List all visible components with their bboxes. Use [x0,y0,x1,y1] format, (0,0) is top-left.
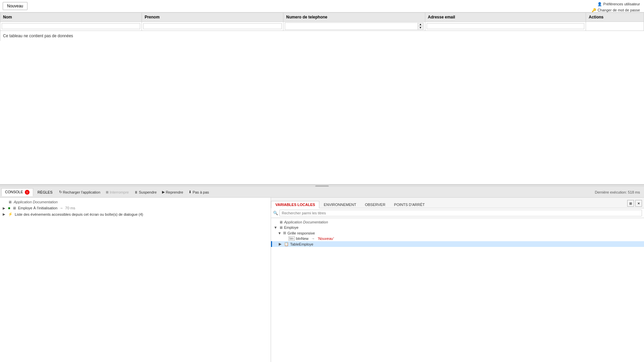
empty-message: Ce tableau ne contient pas de données [0,31,644,41]
spinner-down-button[interactable]: ▼ [418,26,423,30]
tree-btn-icon: btn [288,237,295,241]
filter-email-input[interactable] [427,23,585,29]
filter-email-cell [425,22,586,31]
suspend-button[interactable]: ⏸ Suspendre [132,190,159,195]
table-header-row: Nom Prenom Numero de telephone Adresse e… [0,13,644,22]
empty-row: Ce tableau ne contient pas de données [0,31,644,41]
close-panel-button[interactable]: ✕ [635,200,642,207]
col-prenom-header: Prenom [142,13,283,22]
filter-tel-input[interactable] [285,23,417,29]
interrupt-label: Interrompre [110,190,129,194]
console-item-app[interactable]: 🖥 Application Documentation [0,199,271,205]
resume-button[interactable]: ▶ Reprendre [160,189,185,195]
tree-item-tableemploye[interactable]: ▶ 📋 TableEmploye [271,241,644,247]
tab-console[interactable]: CONSOLE 1 [1,188,33,196]
suspend-label: Suspendre [139,190,157,194]
console-badge: 1 [25,190,30,195]
top-right-menu: 👤 Préférences utilisateur 🔑 Changer de m… [592,1,640,13]
filter-prenom-cell [142,22,283,31]
resume-icon: ▶ [162,190,165,194]
suspend-icon: ⏸ [134,190,138,194]
var-search-input[interactable] [279,210,642,216]
tab-observer[interactable]: OBSERVER [361,201,390,208]
lightning-icon: ⚡ [8,212,13,216]
table-container: Nom Prenom Numero de telephone Adresse e… [0,12,644,187]
var-tree: 🖥 Application Documentation ▼ 🖥 Employe … [271,218,644,362]
console-events-label: Liste des événements accessibles depuis … [15,212,143,216]
tree-item-app-doc[interactable]: 🖥 Application Documentation [271,219,644,225]
step-icon: ⬇ [189,190,192,194]
reload-button[interactable]: ↻ Recharger l'application [57,189,103,195]
reload-icon: ↻ [59,190,62,194]
green-square-icon: ■ [8,206,10,210]
last-exec: Dernière exécution: 518 ms [595,190,643,194]
timing-label: 70 ms [65,206,75,210]
var-tabs: VARIABLES LOCALES ENVIRONNEMENT OBSERVER… [271,198,644,208]
col-email-header: Adresse email [425,13,586,22]
filter-nom-input[interactable] [2,23,140,29]
debug-body: 🖥 Application Documentation ▶ ■ 🖥 Employ… [0,198,644,362]
console-app-label: Application Documentation [14,200,58,204]
spinner-up-button[interactable]: ▲ [418,23,423,26]
tree-value-btnnew: 'Nouveau' [318,237,334,241]
top-bar: Nouveau 👤 Préférences utilisateur 🔑 Chan… [0,0,644,12]
preferences-link[interactable]: 👤 Préférences utilisateur [592,1,640,7]
step-label: Pas à pas [193,190,209,194]
filter-tel-cell: ▲ ▼ [283,22,425,31]
tab-variables-locales[interactable]: VARIABLES LOCALES [271,201,319,208]
tree-arrow-grille: ▼ [278,231,282,235]
interrupt-icon: ◼ [106,190,109,194]
tree-item-employe[interactable]: ▼ 🖥 Employe [271,225,644,230]
col-nom-header: Nom [0,13,142,22]
tree-label-tableemploye: TableEmploye [290,242,313,246]
tab-console-label: CONSOLE [5,190,23,194]
variables-panel: VARIABLES LOCALES ENVIRONNEMENT OBSERVER… [271,198,644,362]
key-icon: 🔑 [592,8,596,12]
console-panel: 🖥 Application Documentation ▶ ■ 🖥 Employ… [0,198,271,362]
tree-arrow-tableemploye: ▶ [279,242,283,246]
tab-regles[interactable]: RÈGLES [34,189,56,196]
tree-label-employe: Employe [284,225,299,229]
arrow-icon: → [59,206,63,210]
tree-item-grille[interactable]: ▼ ⊞ Grille responsive [271,230,644,236]
tree-label-btnnew: btnNew [296,237,309,241]
console-employe-label: Employe À l'initialisation [18,206,58,210]
phone-spinner: ▲ ▼ [285,22,423,30]
tree-grid-icon: ⊞ [283,231,286,235]
change-password-link[interactable]: 🔑 Changer de mot de passe [592,7,640,13]
step-button[interactable]: ⬇ Pas à pas [186,189,211,195]
col-actions-header: Actions [586,13,644,22]
debug-panel: CONSOLE 1 RÈGLES ↻ Recharger l'applicati… [0,184,644,362]
tree-table-icon: 📋 [284,242,289,246]
console-item-employe[interactable]: ▶ ■ 🖥 Employe À l'initialisation → 70 ms [0,205,271,211]
console-list: 🖥 Application Documentation ▶ ■ 🖥 Employ… [0,198,271,362]
search-icon: 🔍 [273,211,278,215]
main-area: Nom Prenom Numero de telephone Adresse e… [0,12,644,197]
expand-all-button[interactable]: ⊞ [627,200,634,207]
table-filter-row: ▲ ▼ [0,22,644,31]
data-table: Nom Prenom Numero de telephone Adresse e… [0,12,644,41]
nouveau-button[interactable]: Nouveau [3,2,28,10]
filter-prenom-input[interactable] [143,23,282,29]
filter-actions-cell [586,22,644,31]
resume-label: Reprendre [166,190,183,194]
var-search-bar: 🔍 [271,208,644,218]
tree-arrow-employe: ▼ [274,225,278,229]
tree-label-grille: Grille responsive [287,231,315,235]
col-tel-header: Numero de telephone [283,13,425,22]
expand-arrow-employe: ▶ [3,206,6,210]
console-item-events[interactable]: ▶ ⚡ Liste des événements accessibles dep… [0,211,271,217]
tree-item-btnnew[interactable]: btn btnNew → 'Nouveau' [271,236,644,241]
tab-points-arret[interactable]: POINTS D'ARRÊT [390,201,429,208]
debug-actions: ↻ Recharger l'application ◼ Interrompre … [57,189,211,195]
table-body: Ce tableau ne contient pas de données [0,31,644,41]
monitor-icon-employe: 🖥 [12,206,16,210]
interrupt-button[interactable]: ◼ Interrompre [104,189,131,195]
reload-label: Recharger l'application [63,190,101,194]
tree-monitor-icon-employe: 🖥 [279,225,283,229]
tab-environnement[interactable]: ENVIRONNEMENT [319,201,361,208]
tree-label-app-doc: Application Documentation [284,220,328,224]
user-icon: 👤 [597,2,602,6]
tab-regles-label: RÈGLES [38,190,53,194]
tree-arrow-value: → [311,237,315,241]
